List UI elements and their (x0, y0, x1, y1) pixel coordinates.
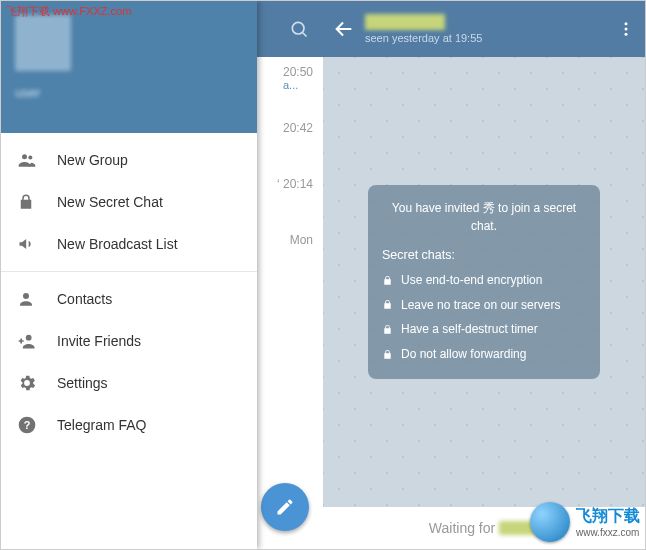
lock-icon (382, 299, 393, 310)
info-section: Secret chats: (382, 246, 586, 265)
drawer-item-label: Contacts (57, 291, 112, 307)
drawer-item-label: New Secret Chat (57, 194, 163, 210)
person-add-icon (17, 331, 57, 351)
watermark-url: www.fxxz.com (576, 527, 640, 538)
megaphone-icon (17, 234, 57, 254)
back-icon[interactable] (333, 18, 355, 40)
lock-icon (382, 324, 393, 335)
svg-point-3 (28, 156, 32, 160)
drawer-item-label: New Broadcast List (57, 236, 178, 252)
drawer-item-new-group[interactable]: New Group (1, 139, 257, 181)
lock-icon (382, 275, 393, 286)
chat-body: You have invited 秀 to join a secret chat… (323, 57, 645, 507)
drawer-item-label: Telegram FAQ (57, 417, 146, 433)
search-icon[interactable] (289, 19, 309, 39)
help-icon: ? (17, 415, 57, 435)
watermark-top-left: 飞翔下载 www.FXXZ.com (6, 4, 131, 19)
footer-text: Waiting for (429, 520, 495, 536)
drawer-item-label: New Group (57, 152, 128, 168)
chat-last-seen: seen yesterday at 19:55 (365, 32, 617, 44)
watermark-logo (530, 502, 570, 542)
username: user (15, 85, 243, 100)
drawer-item-new-broadcast[interactable]: New Broadcast List (1, 223, 257, 265)
gear-icon (17, 373, 57, 393)
drawer-item-invite-friends[interactable]: Invite Friends (1, 320, 257, 362)
person-icon (17, 290, 57, 308)
svg-point-8 (625, 22, 628, 25)
info-bullet: Have a self-destruct timer (382, 320, 586, 339)
info-bullet: Use end-to-end encryption (382, 271, 586, 290)
drawer-item-contacts[interactable]: Contacts (1, 278, 257, 320)
right-pane: seen yesterday at 19:55 You have invited… (323, 1, 645, 549)
info-bullet: Leave no trace on our servers (382, 296, 586, 315)
svg-point-10 (625, 33, 628, 36)
drawer-item-faq[interactable]: ? Telegram FAQ (1, 404, 257, 446)
svg-point-4 (23, 293, 29, 299)
lock-icon (382, 349, 393, 360)
info-header: You have invited 秀 to join a secret chat… (382, 199, 586, 236)
svg-point-9 (625, 28, 628, 31)
drawer-item-new-secret-chat[interactable]: New Secret Chat (1, 181, 257, 223)
svg-line-1 (303, 33, 307, 37)
group-icon (17, 150, 57, 170)
divider (1, 271, 257, 272)
nav-drawer: user New Group New Secret Chat New Broad… (1, 1, 257, 549)
chat-contact-name (365, 14, 445, 30)
drawer-item-label: Invite Friends (57, 333, 141, 349)
chat-header: seen yesterday at 19:55 (323, 1, 645, 57)
left-pane: 20:50a... 20:42 ‘ 20:14 Mon user New Gro… (1, 1, 323, 549)
drawer-item-settings[interactable]: Settings (1, 362, 257, 404)
svg-point-0 (292, 22, 304, 34)
avatar (15, 15, 71, 71)
compose-fab[interactable] (261, 483, 309, 531)
drawer-item-label: Settings (57, 375, 108, 391)
watermark-bottom-right: 飞翔下载 www.fxxz.com (530, 502, 640, 542)
svg-point-2 (22, 154, 27, 159)
svg-point-5 (26, 335, 32, 341)
watermark-label: 飞翔下载 (576, 506, 640, 527)
secret-chat-info: You have invited 秀 to join a secret chat… (368, 185, 600, 380)
app-container: 20:50a... 20:42 ‘ 20:14 Mon user New Gro… (0, 0, 646, 550)
svg-text:?: ? (24, 419, 31, 431)
more-icon[interactable] (617, 20, 635, 38)
lock-icon (17, 193, 57, 211)
drawer-header: user (1, 1, 257, 133)
info-bullet: Do not allow forwarding (382, 345, 586, 364)
